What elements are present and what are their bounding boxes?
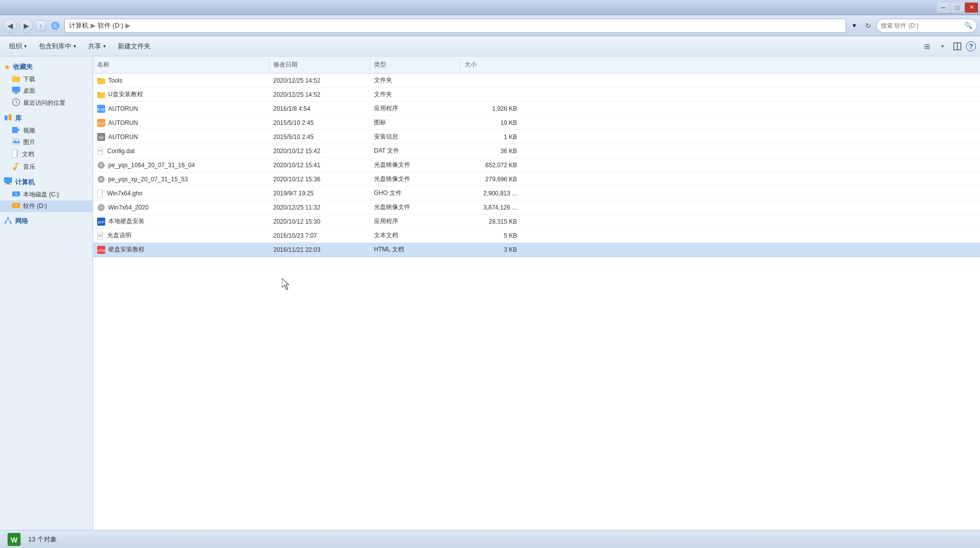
sidebar-computer-header[interactable]: 计算机 xyxy=(0,175,93,189)
address-path[interactable]: 计算机 ▶ 软件 (D:) ▶ xyxy=(64,19,846,33)
svg-marker-20 xyxy=(17,150,19,152)
svg-line-36 xyxy=(8,219,11,222)
music-label: 音乐 xyxy=(23,163,35,171)
sidebar-network-section: 网络 xyxy=(0,214,93,228)
new-folder-button[interactable]: 新建文件夹 xyxy=(113,39,156,54)
search-icon[interactable]: 🔍 xyxy=(964,22,972,29)
svg-point-56 xyxy=(101,179,102,180)
file-size: 1,926 KB xyxy=(492,105,517,112)
main-content: ★ 收藏夹 下载 桌面 最近访问的位置 xyxy=(0,56,980,530)
table-row[interactable]: ICO AUTORUN 2015/5/10 2:45 图标 10 KB xyxy=(93,116,980,130)
table-row[interactable]: HTM 硬盘安装教程 2016/11/21 22:03 HTML 文档 3 KB xyxy=(93,243,980,257)
sidebar-item-video[interactable]: 视频 xyxy=(0,125,93,136)
organize-button[interactable]: 组织 ▾ xyxy=(4,39,32,54)
title-bar-buttons: ─ □ ✕ xyxy=(937,3,978,13)
status-bar: W 13 个对象 xyxy=(0,530,980,548)
sidebar-network-header[interactable]: 网络 xyxy=(0,214,93,228)
c-drive-label: 本地磁盘 (C:) xyxy=(23,190,59,199)
svg-marker-48 xyxy=(102,147,104,149)
view-dropdown-button[interactable]: ▾ xyxy=(936,40,949,53)
table-row[interactable]: EXE AUTORUN 2016/1/8 4:54 应用程序 1,926 KB xyxy=(93,102,980,116)
table-row[interactable]: Win7x64.gho 2019/9/7 19:25 GHO 文件 2,900,… xyxy=(93,186,980,200)
sidebar-item-recent[interactable]: 最近访问的位置 xyxy=(0,97,93,109)
table-row[interactable]: Win7x64_2020 2020/12/25 11:32 光盘映像文件 3,8… xyxy=(93,200,980,215)
table-row[interactable]: Tools 2020/12/25 14:52 文件夹 xyxy=(93,74,980,88)
file-name-cell: Config.dat xyxy=(93,144,269,158)
file-name-cell: APP 本地硬盘安装 xyxy=(93,215,269,228)
file-icon xyxy=(97,175,105,183)
sidebar-item-documents[interactable]: 文档 xyxy=(0,148,93,161)
include-library-button[interactable]: 包含到库中 ▾ xyxy=(34,39,81,54)
svg-point-33 xyxy=(5,222,7,224)
d-drive-icon xyxy=(12,202,20,211)
svg-rect-7 xyxy=(15,92,17,93)
column-modified[interactable]: 修改日期 xyxy=(269,58,370,71)
svg-rect-38 xyxy=(97,78,101,80)
file-size: 5 KB xyxy=(504,232,517,239)
forward-button[interactable]: ▶ xyxy=(19,19,33,33)
svg-point-31 xyxy=(15,204,17,207)
file-type: GHO 文件 xyxy=(374,189,402,197)
sidebar-item-desktop[interactable]: 桌面 xyxy=(0,85,93,97)
column-size[interactable]: 大小 xyxy=(461,58,521,71)
svg-rect-19 xyxy=(12,150,17,158)
table-row[interactable]: U盘安装教程 2020/12/25 14:52 文件夹 xyxy=(93,88,980,102)
title-bar: ─ □ ✕ xyxy=(0,0,980,15)
svg-rect-5 xyxy=(12,76,16,78)
share-label: 共享 xyxy=(88,42,101,51)
file-type: 光盘映像文件 xyxy=(374,175,410,183)
close-button[interactable]: ✕ xyxy=(965,3,978,13)
table-row[interactable]: 光盘说明 2016/10/23 7:07 文本文档 5 KB xyxy=(93,229,980,243)
file-size: 279,696 KB xyxy=(485,176,517,183)
path-sep-1: ▶ xyxy=(91,22,96,29)
table-row[interactable]: Config.dat 2020/10/12 15:42 DAT 文件 36 KB xyxy=(93,144,980,158)
search-input[interactable] xyxy=(881,22,962,29)
table-row[interactable]: pe_yqs_xp_20_07_31_15_53 2020/10/12 15:3… xyxy=(93,172,980,186)
file-size-cell xyxy=(461,74,521,87)
sidebar-item-music[interactable]: 音乐 xyxy=(0,161,93,173)
share-button[interactable]: 共享 ▾ xyxy=(83,39,111,54)
help-button[interactable]: ? xyxy=(966,41,976,51)
svg-rect-25 xyxy=(4,177,12,183)
file-modified: 2019/9/7 19:25 xyxy=(273,190,314,197)
file-name: AUTORUN xyxy=(108,105,138,112)
sidebar-item-downloads[interactable]: 下载 xyxy=(0,74,93,85)
svg-rect-6 xyxy=(12,87,20,92)
svg-point-53 xyxy=(101,165,102,166)
svg-rect-57 xyxy=(97,189,102,197)
sidebar-item-d-drive[interactable]: 软件 (D:) xyxy=(0,200,93,212)
file-modified-cell: 2020/12/25 14:52 xyxy=(269,74,370,87)
column-name[interactable]: 名称 xyxy=(93,58,269,71)
file-size-cell: 5 KB xyxy=(461,229,521,242)
back-button[interactable]: ◀ xyxy=(3,19,17,33)
refresh-button[interactable]: ↻ xyxy=(862,20,874,32)
file-type: 安装信息 xyxy=(374,132,398,141)
sidebar-library-header[interactable]: 库 xyxy=(0,111,93,125)
view-button[interactable]: ⊞ xyxy=(921,40,934,53)
c-drive-icon xyxy=(12,190,20,199)
preview-pane-button[interactable] xyxy=(951,40,964,53)
sidebar-item-pictures[interactable]: 图片 xyxy=(0,136,93,148)
svg-text:EXE: EXE xyxy=(97,107,105,112)
file-size: 2,900,813 ... xyxy=(483,190,517,197)
file-size: 1 KB xyxy=(504,133,517,141)
sidebar-item-c-drive[interactable]: 本地磁盘 (C:) xyxy=(0,189,93,200)
file-size: 3 KB xyxy=(504,246,517,253)
address-dropdown[interactable]: ▾ xyxy=(848,20,860,32)
column-type[interactable]: 类型 xyxy=(370,58,461,71)
table-row[interactable]: APP 本地硬盘安装 2020/10/12 15:30 应用程序 28,315 … xyxy=(93,215,980,229)
svg-marker-65 xyxy=(102,232,104,234)
sidebar-favorites-header[interactable]: ★ 收藏夹 xyxy=(0,60,93,74)
recent-icon xyxy=(12,98,20,108)
up-button[interactable]: ↑ xyxy=(35,20,46,31)
table-row[interactable]: pe_yqs_1064_20_07_31_16_04 2020/10/12 15… xyxy=(93,158,980,172)
svg-marker-58 xyxy=(102,189,104,191)
file-name: Config.dat xyxy=(107,148,135,155)
minimize-button[interactable]: ─ xyxy=(937,3,950,13)
svg-point-32 xyxy=(7,217,9,219)
file-modified-cell: 2016/11/21 22:03 xyxy=(269,243,370,256)
file-type-cell: 光盘映像文件 xyxy=(370,172,461,186)
maximize-button[interactable]: □ xyxy=(951,3,964,13)
table-row[interactable]: INF AUTORUN 2015/5/10 2:45 安装信息 1 KB xyxy=(93,130,980,144)
downloads-folder-icon xyxy=(12,75,20,84)
